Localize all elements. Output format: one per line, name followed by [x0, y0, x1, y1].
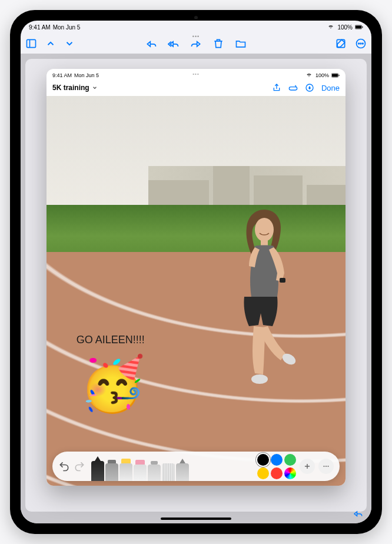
svg-rect-1	[356, 26, 361, 29]
svg-point-7	[358, 43, 360, 44]
tool-lasso[interactable]	[148, 465, 161, 481]
status-bar-modal: 9:41 AM Mon Jun 5 100% •••	[46, 69, 346, 79]
plus-icon	[303, 462, 311, 470]
ipad-frame: 9:41 AM Mon Jun 5 100% •••	[10, 10, 382, 534]
tool-ruler[interactable]	[162, 463, 175, 481]
camera-notch	[194, 16, 198, 19]
svg-rect-17	[280, 278, 285, 283]
share-icon[interactable]	[272, 83, 281, 92]
modal-status-time: 9:41 AM	[52, 72, 72, 78]
chevron-down-icon[interactable]	[64, 38, 75, 49]
tool-pencil[interactable]	[176, 463, 189, 481]
svg-point-18	[251, 374, 268, 384]
photo-canvas[interactable]: GO AILEEN!!!! 🥳	[46, 96, 346, 486]
svg-rect-12	[338, 75, 339, 77]
modal-toolbar: 5K training Done	[46, 79, 346, 96]
folder-icon[interactable]	[235, 38, 247, 49]
compose-icon[interactable]	[335, 38, 347, 49]
reply-all-icon[interactable]	[168, 38, 180, 49]
color-blue[interactable]	[271, 454, 283, 466]
add-button[interactable]	[300, 459, 315, 474]
annotation-text[interactable]: GO AILEEN!!!!	[77, 334, 145, 346]
markup-toolbar	[52, 452, 340, 481]
svg-rect-2	[362, 26, 363, 28]
tool-pen[interactable]	[91, 461, 104, 481]
markup-modal: 9:41 AM Mon Jun 5 100% ••• 5K training	[46, 69, 346, 486]
trash-icon[interactable]	[212, 38, 224, 49]
reply-corner-icon[interactable]	[351, 508, 364, 519]
done-button[interactable]: Done	[321, 84, 340, 92]
markup-pen-icon[interactable]	[288, 83, 298, 92]
photo-runner	[218, 205, 313, 399]
party-emoji-sticker[interactable]: 🥳	[79, 357, 145, 410]
svg-point-22	[323, 466, 324, 467]
wifi-icon	[327, 24, 335, 30]
svg-rect-3	[27, 39, 36, 47]
reply-icon[interactable]	[145, 38, 157, 49]
svg-point-9	[363, 43, 364, 44]
pen-mode-icon[interactable]	[305, 83, 314, 92]
multitask-dots-icon[interactable]: •••	[192, 71, 199, 77]
ellipsis-icon	[322, 462, 330, 470]
color-black[interactable]	[257, 454, 269, 466]
tool-highlighter[interactable]	[119, 463, 132, 481]
battery-icon	[355, 24, 363, 30]
color-red[interactable]	[271, 467, 283, 479]
tool-marker[interactable]	[105, 463, 118, 481]
status-time: 9:41 AM	[29, 24, 51, 31]
document-title: 5K training	[52, 84, 89, 92]
tool-eraser[interactable]	[134, 465, 147, 481]
sidebar-icon[interactable]	[25, 38, 37, 49]
chevron-down-icon	[92, 85, 98, 91]
status-bar-outer: 9:41 AM Mon Jun 5 100%	[21, 21, 371, 34]
document-title-dropdown[interactable]: 5K training	[52, 84, 98, 92]
screen: 9:41 AM Mon Jun 5 100% •••	[21, 21, 371, 523]
svg-rect-13	[289, 87, 297, 90]
battery-icon	[331, 72, 340, 78]
color-palette	[257, 454, 296, 479]
undo-icon[interactable]	[58, 460, 70, 472]
svg-point-8	[360, 43, 361, 44]
color-green[interactable]	[284, 454, 296, 466]
svg-point-15	[255, 218, 274, 241]
color-yellow[interactable]	[257, 467, 269, 479]
redo-icon[interactable]	[74, 460, 85, 472]
more-button[interactable]	[318, 459, 334, 474]
chevron-up-icon[interactable]	[45, 38, 56, 49]
color-picker-icon[interactable]	[284, 467, 296, 479]
modal-battery-pct: 100%	[315, 72, 329, 78]
svg-point-23	[325, 466, 327, 467]
tool-tray	[89, 452, 254, 481]
forward-icon[interactable]	[190, 38, 202, 49]
more-circle-icon[interactable]	[355, 38, 367, 49]
svg-point-24	[327, 466, 328, 467]
wifi-icon	[305, 72, 313, 78]
status-date: Mon Jun 5	[53, 24, 81, 31]
svg-rect-11	[332, 74, 338, 77]
modal-status-date: Mon Jun 5	[74, 72, 99, 78]
home-indicator[interactable]	[161, 518, 231, 520]
battery-pct: 100%	[337, 24, 353, 31]
